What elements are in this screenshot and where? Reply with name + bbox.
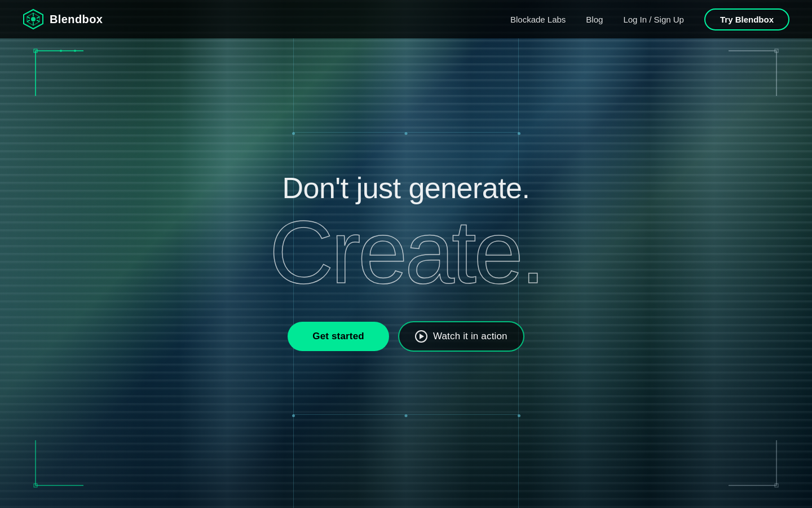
watch-in-action-button[interactable]: Watch it in action (398, 321, 524, 352)
nav-links: Blockade Labs Blog Log In / Sign Up Try … (510, 8, 789, 30)
nav-login[interactable]: Log In / Sign Up (623, 15, 684, 24)
svg-line-8 (37, 17, 39, 19)
get-started-button[interactable]: Get started (288, 322, 389, 351)
svg-line-7 (27, 20, 30, 22)
svg-line-6 (37, 20, 39, 22)
nav-blog[interactable]: Blog (586, 15, 603, 24)
hero-title: Create. (270, 207, 543, 296)
brand-name: Blendbox (50, 13, 103, 26)
hero-section: Blendbox Blockade Labs Blog Log In / Sig… (0, 0, 812, 508)
navbar: Blendbox Blockade Labs Blog Log In / Sig… (0, 0, 812, 38)
try-blendbox-button[interactable]: Try Blendbox (704, 8, 789, 30)
svg-line-5 (27, 17, 30, 19)
svg-point-2 (31, 17, 36, 21)
watch-in-action-label: Watch it in action (433, 331, 508, 342)
blendbox-logo-icon (23, 8, 44, 30)
play-icon (415, 330, 427, 343)
nav-blockade-labs[interactable]: Blockade Labs (510, 15, 566, 24)
hero-buttons: Get started Watch it in action (288, 321, 524, 352)
logo[interactable]: Blendbox (23, 8, 103, 30)
hero-content: Don't just generate. Create. Get started… (0, 38, 812, 508)
hero-subtitle: Don't just generate. (283, 172, 530, 204)
play-triangle (420, 334, 424, 339)
